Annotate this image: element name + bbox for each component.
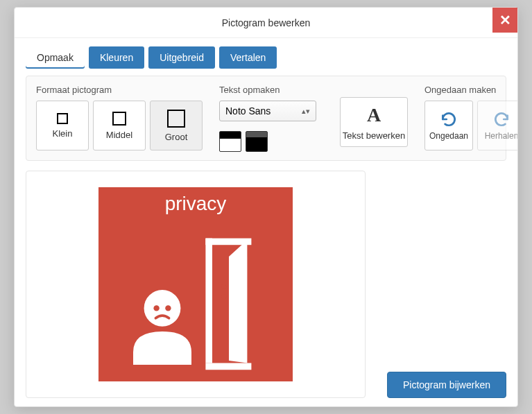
- svg-rect-0: [205, 239, 212, 363]
- svg-point-4: [221, 294, 226, 299]
- redo-button[interactable]: Herhalen: [477, 101, 517, 150]
- size-small-icon: [57, 113, 68, 124]
- undo-button[interactable]: Ongedaan: [424, 101, 473, 150]
- modal-body: Opmaak Kleuren Uitgebreid Vertalen Forma…: [15, 38, 517, 406]
- undo-icon: [440, 110, 458, 128]
- tab-kleuren[interactable]: Kleuren: [89, 46, 144, 69]
- text-format-label: Tekst opmaken: [219, 85, 323, 95]
- modal-header: Pictogram bewerken ✕: [15, 8, 517, 38]
- size-small-label: Klein: [53, 128, 73, 139]
- tab-opmaak[interactable]: Opmaak: [26, 46, 85, 69]
- close-button[interactable]: ✕: [492, 8, 517, 33]
- text-position-bottom-button[interactable]: [246, 131, 268, 152]
- size-group: Formaat pictogram Klein Middel Groot: [36, 85, 203, 150]
- svg-point-3: [221, 284, 226, 289]
- pictogram-preview: privacy: [98, 187, 293, 381]
- text-position-row: [219, 131, 323, 152]
- svg-point-7: [165, 305, 171, 311]
- undo-group: Ongedaan maken Ongedaan: [424, 85, 517, 150]
- svg-point-6: [153, 305, 159, 311]
- svg-marker-2: [205, 363, 251, 370]
- size-options: Klein Middel Groot: [36, 101, 203, 150]
- preview-right-column: Pictogram bijwerken: [375, 171, 506, 398]
- font-select[interactable]: Noto Sans ▴▾: [219, 101, 316, 121]
- size-large-icon: [167, 110, 185, 128]
- close-icon: ✕: [499, 12, 511, 28]
- undo-label: Ongedaan: [429, 131, 468, 141]
- modal-title: Pictogram bewerken: [222, 17, 311, 28]
- tab-uitgebreid[interactable]: Uitgebreid: [148, 46, 215, 69]
- edit-text-label: Tekst bewerken: [343, 130, 405, 141]
- text-format-group: Tekst opmaken Noto Sans ▴▾: [219, 85, 323, 152]
- size-large-button[interactable]: Groot: [150, 101, 203, 150]
- undo-row: Ongedaan Herhalen: [424, 101, 517, 150]
- format-toolbar: Formaat pictogram Klein Middel Groot: [26, 76, 506, 161]
- submit-button[interactable]: Pictogram bijwerken: [387, 372, 506, 398]
- size-large-label: Groot: [165, 132, 188, 142]
- pictogram-caption: privacy: [165, 193, 227, 215]
- preview-area: privacy: [26, 171, 506, 398]
- undo-group-label: Ongedaan maken: [424, 85, 517, 95]
- tab-vertalen[interactable]: Vertalen: [219, 46, 277, 69]
- size-medium-icon: [112, 112, 126, 126]
- size-label: Formaat pictogram: [36, 85, 203, 95]
- text-position-top-button[interactable]: [219, 131, 241, 152]
- tab-bar: Opmaak Kleuren Uitgebreid Vertalen: [26, 46, 506, 69]
- svg-point-5: [144, 290, 181, 327]
- font-select-value: Noto Sans: [225, 105, 271, 117]
- edit-text-group: A Tekst bewerken: [340, 85, 408, 147]
- redo-icon: [492, 110, 510, 128]
- edit-pictogram-modal: Pictogram bewerken ✕ Opmaak Kleuren Uitg…: [14, 7, 518, 407]
- size-small-button[interactable]: Klein: [36, 101, 89, 150]
- text-edit-icon: A: [367, 104, 381, 126]
- size-medium-label: Middel: [106, 130, 132, 140]
- edit-text-button[interactable]: A Tekst bewerken: [340, 97, 408, 147]
- preview-card: privacy: [26, 171, 366, 398]
- privacy-icon: [112, 215, 279, 381]
- redo-label: Herhalen: [485, 131, 517, 141]
- size-medium-button[interactable]: Middel: [93, 101, 146, 150]
- dropdown-icon: ▴▾: [302, 107, 310, 116]
